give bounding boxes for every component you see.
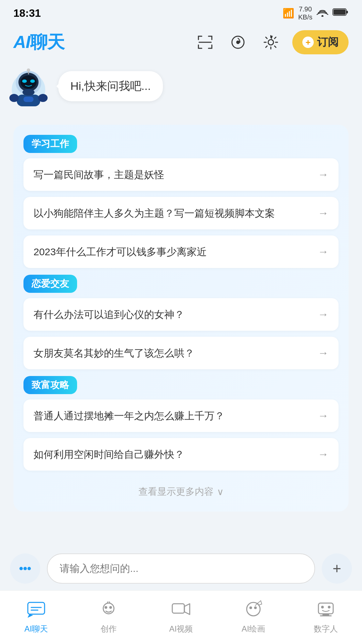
voice-button[interactable] bbox=[10, 553, 40, 584]
subscribe-label: 订阅 bbox=[317, 35, 339, 50]
show-more-text: 查看显示更多内容 bbox=[138, 485, 214, 498]
question-item[interactable]: 女朋友莫名其妙的生气了该怎么哄？ → bbox=[23, 337, 339, 369]
add-button[interactable]: + bbox=[322, 553, 352, 584]
logo: AI聊天 bbox=[13, 31, 64, 54]
status-icons: 📶 7.90KB/s bbox=[283, 5, 349, 21]
question-text: 有什么办法可以追到心仪的女神？ bbox=[34, 307, 312, 322]
question-item[interactable]: 写一篇民间故事，主题是妖怪 → bbox=[23, 158, 339, 191]
network-speed: 7.90KB/s bbox=[298, 5, 312, 21]
question-text: 以小狗能陪伴主人多久为主题？写一篇短视频脚本文案 bbox=[34, 206, 312, 221]
question-text: 普通人通过摆地摊一年之内怎么赚上千万？ bbox=[34, 408, 312, 423]
chevron-down-icon: ∨ bbox=[217, 486, 224, 497]
svg-point-7 bbox=[268, 40, 274, 45]
chat-nav-icon bbox=[24, 597, 48, 621]
nav-label-draw: AI绘画 bbox=[242, 624, 265, 634]
header: AI聊天 bbox=[0, 23, 362, 61]
arrow-icon: → bbox=[318, 410, 328, 422]
svg-point-21 bbox=[19, 567, 23, 570]
category-section-study: 学习工作 写一篇民间故事，主题是妖怪 → 以小狗能陪伴主人多久为主题？写一篇短视… bbox=[23, 135, 339, 268]
status-time: 18:31 bbox=[13, 7, 41, 19]
nav-item-create[interactable]: 创作 bbox=[72, 597, 145, 634]
input-area: + bbox=[0, 547, 362, 590]
subscribe-plus-icon: + bbox=[302, 37, 314, 48]
category-tag-study: 学习工作 bbox=[23, 135, 77, 153]
svg-point-27 bbox=[109, 606, 112, 609]
question-item[interactable]: 2023年什么工作才可以钱多事少离家近 → bbox=[23, 235, 339, 268]
nav-label-digital: 数字人 bbox=[314, 624, 338, 634]
svg-point-17 bbox=[9, 94, 19, 102]
video-nav-icon bbox=[169, 597, 193, 621]
category-tag-love: 恋爱交友 bbox=[23, 275, 77, 293]
battery-status-icon bbox=[333, 8, 349, 19]
main-content: 学习工作 写一篇民间故事，主题是妖怪 → 以小狗能陪伴主人多久为主题？写一篇短视… bbox=[0, 118, 362, 518]
arrow-icon: → bbox=[318, 168, 328, 181]
svg-point-26 bbox=[105, 606, 107, 609]
svg-rect-19 bbox=[23, 97, 34, 102]
battery-icon: 📶 bbox=[283, 8, 294, 19]
svg-point-6 bbox=[237, 41, 239, 44]
svg-point-0 bbox=[321, 15, 323, 17]
question-text: 写一篇民间故事，主题是妖怪 bbox=[34, 167, 312, 182]
question-item[interactable]: 如何利用空闲时间给自己赚外快？ → bbox=[23, 438, 339, 471]
question-text: 女朋友莫名其妙的生气了该怎么哄？ bbox=[34, 345, 312, 361]
svg-rect-33 bbox=[318, 603, 333, 614]
arrow-icon: → bbox=[318, 308, 328, 321]
bottom-nav: AI聊天 创作 AI视频 bbox=[0, 590, 362, 644]
svg-point-23 bbox=[27, 567, 31, 570]
nav-label-chat: AI聊天 bbox=[24, 624, 48, 634]
nav-item-video[interactable]: AI视频 bbox=[145, 597, 217, 634]
refresh-button[interactable] bbox=[227, 31, 249, 54]
show-more-button[interactable]: 查看显示更多内容 ∨ bbox=[23, 477, 339, 508]
greeting-text: Hi,快来问我吧... bbox=[70, 79, 151, 92]
svg-rect-3 bbox=[334, 9, 346, 15]
svg-rect-24 bbox=[28, 602, 45, 614]
arrow-icon: → bbox=[318, 347, 328, 359]
digital-nav-icon bbox=[314, 597, 338, 621]
svg-point-34 bbox=[321, 606, 324, 608]
svg-point-30 bbox=[249, 606, 252, 609]
svg-rect-2 bbox=[346, 11, 348, 13]
greeting-area: Hi,快来问我吧... bbox=[0, 61, 362, 118]
greeting-bubble: Hi,快来问我吧... bbox=[58, 71, 163, 101]
svg-rect-28 bbox=[172, 604, 184, 613]
question-text: 2023年什么工作才可以钱多事少离家近 bbox=[34, 244, 312, 259]
svg-point-15 bbox=[27, 68, 30, 72]
logo-text: AI聊天 bbox=[13, 31, 64, 54]
svg-point-18 bbox=[38, 94, 48, 102]
question-item[interactable]: 普通人通过摆地摊一年之内怎么赚上千万？ → bbox=[23, 399, 339, 432]
svg-point-20 bbox=[22, 89, 35, 96]
category-section-love: 恋爱交友 有什么办法可以追到心仪的女神？ → 女朋友莫名其妙的生气了该怎么哄？ … bbox=[23, 275, 339, 369]
plus-icon: + bbox=[333, 560, 341, 577]
arrow-icon: → bbox=[318, 246, 328, 258]
chat-input[interactable] bbox=[47, 553, 315, 584]
status-bar: 18:31 📶 7.90KB/s bbox=[0, 0, 362, 23]
create-nav-icon bbox=[97, 597, 120, 621]
category-tag-wealth: 致富攻略 bbox=[23, 376, 77, 394]
nav-item-draw[interactable]: AI绘画 bbox=[217, 597, 290, 634]
svg-point-22 bbox=[23, 567, 27, 570]
signal-icon bbox=[316, 7, 328, 19]
header-icons: + 订阅 bbox=[194, 30, 349, 54]
arrow-icon: → bbox=[318, 207, 328, 219]
question-item[interactable]: 以小狗能陪伴主人多久为主题？写一篇短视频脚本文案 → bbox=[23, 197, 339, 229]
questions-panel: 学习工作 写一篇民间故事，主题是妖怪 → 以小狗能陪伴主人多久为主题？写一篇短视… bbox=[13, 125, 349, 512]
settings-button[interactable] bbox=[259, 31, 282, 54]
nav-label-create: 创作 bbox=[101, 624, 117, 634]
svg-point-31 bbox=[254, 606, 257, 609]
arrow-icon: → bbox=[318, 448, 328, 461]
svg-point-13 bbox=[30, 79, 35, 83]
nav-label-video: AI视频 bbox=[169, 624, 193, 634]
voice-icon bbox=[18, 561, 33, 576]
scan-button[interactable] bbox=[194, 31, 217, 54]
nav-item-digital[interactable]: 数字人 bbox=[290, 597, 362, 634]
question-text: 如何利用空闲时间给自己赚外快？ bbox=[34, 447, 312, 462]
nav-item-chat[interactable]: AI聊天 bbox=[0, 597, 72, 634]
subscribe-button[interactable]: + 订阅 bbox=[292, 30, 349, 54]
svg-point-12 bbox=[22, 79, 27, 83]
draw-nav-icon bbox=[242, 597, 265, 621]
robot-avatar bbox=[7, 64, 50, 108]
category-section-wealth: 致富攻略 普通人通过摆地摊一年之内怎么赚上千万？ → 如何利用空闲时间给自己赚外… bbox=[23, 376, 339, 471]
svg-point-35 bbox=[328, 606, 330, 608]
question-item[interactable]: 有什么办法可以追到心仪的女神？ → bbox=[23, 298, 339, 331]
